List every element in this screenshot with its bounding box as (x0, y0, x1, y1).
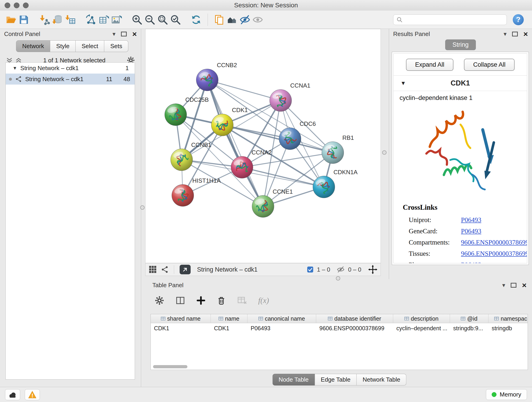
export-table-icon[interactable] (97, 13, 110, 26)
column-type-icon (219, 316, 223, 321)
memory-button[interactable]: Memory (486, 389, 527, 400)
hidden-eye-icon[interactable] (336, 266, 345, 273)
splitter-handle[interactable] (382, 150, 386, 155)
network-edge[interactable] (207, 80, 280, 101)
column-header[interactable]: @id (450, 314, 488, 323)
tab-style[interactable]: Style (50, 40, 76, 52)
show-columns-icon[interactable] (175, 296, 185, 305)
tab-node-table[interactable]: Node Table (272, 374, 315, 385)
node-label: CDKN1A (333, 169, 358, 175)
network-row-selected[interactable]: String Network – cdk1 11 48 (6, 74, 135, 85)
warnings-button[interactable] (25, 389, 40, 400)
help-icon[interactable]: ? (513, 14, 524, 25)
column-header[interactable]: database identifier (316, 314, 393, 323)
share-network-icon[interactable] (161, 266, 168, 273)
toolbar-search (393, 14, 507, 25)
panel-maximize-icon[interactable] (512, 32, 518, 36)
delete-column-icon[interactable] (216, 296, 226, 305)
gear-icon[interactable] (155, 296, 164, 305)
splitter-handle[interactable] (336, 276, 340, 281)
network-graph[interactable]: CCNB2CCNA1CDC25BCDK1CDC6RB1CCNB1CCNA2CDK… (146, 29, 380, 263)
network-edge[interactable] (222, 125, 333, 153)
zoom-fit-icon[interactable] (156, 13, 169, 26)
toolbar-separator (208, 13, 208, 26)
tree-expander-icon[interactable]: ▼ (13, 65, 17, 71)
open-session-icon[interactable] (5, 13, 17, 26)
crosslink-link[interactable]: 9606.ENSP00000378699 (461, 239, 527, 246)
network-view-canvas[interactable]: CCNB2CCNA1CDC25BCDK1CDC6RB1CCNB1CCNA2CDK… (145, 29, 381, 263)
node-label: CDC25B (185, 96, 209, 103)
panel-float-icon[interactable]: ▾ (502, 282, 505, 288)
collapse-all-button[interactable]: Collapse All (464, 59, 515, 71)
graphics-details-icon[interactable] (226, 13, 239, 26)
panel-close-icon[interactable]: × (522, 281, 526, 289)
string-results-box: Expand All Collapse All ▼ CDK1 cyclin–de… (392, 52, 529, 265)
network-node-ccne1[interactable]: CCNE1 (252, 188, 293, 217)
splitter-handle[interactable] (140, 205, 145, 210)
column-header[interactable]: namespac (488, 314, 528, 323)
network-node-cdkn1a[interactable]: CDKN1A (313, 169, 358, 198)
network-from-selection-icon[interactable] (84, 13, 97, 26)
refresh-icon[interactable] (190, 13, 203, 26)
table-cell: CDK1 (151, 325, 211, 332)
save-session-icon[interactable] (17, 13, 30, 26)
panel-controls: ▾ × (504, 30, 528, 38)
horizontal-scrollbar[interactable] (153, 365, 187, 368)
tab-network[interactable]: Network (16, 40, 50, 52)
crosslink-link[interactable]: 9606.ENSP00000378699 (461, 250, 527, 257)
tab-sets[interactable]: Sets (104, 40, 128, 52)
show-all-icon[interactable] (251, 13, 264, 26)
tab-edge-table[interactable]: Edge Table (315, 374, 357, 385)
search-input[interactable] (405, 16, 503, 23)
copy-document-icon[interactable] (213, 13, 226, 26)
selected-checkbox-icon[interactable] (307, 266, 314, 273)
panel-close-icon[interactable]: × (132, 30, 137, 38)
panel-close-icon[interactable]: × (523, 30, 528, 38)
network-collection-count: 1 (126, 65, 129, 72)
network-node-hist1h1a[interactable]: HIST1H1A (172, 177, 221, 206)
hide-selected-icon[interactable] (239, 13, 251, 26)
tab-select[interactable]: Select (76, 40, 104, 52)
panel-float-icon[interactable]: ▾ (504, 31, 507, 37)
cloud-button[interactable] (5, 389, 20, 400)
birds-eye-view-icon[interactable] (149, 265, 157, 274)
network-node-ccna1[interactable]: CCNA1 (270, 82, 310, 111)
import-network-database-icon[interactable] (51, 13, 64, 26)
crosslink-link[interactable]: P06493 (461, 216, 481, 224)
panel-maximize-icon[interactable] (511, 283, 516, 288)
network-collection-row[interactable]: ▼ String Network – cdk1 1 (6, 63, 135, 74)
panel-float-icon[interactable]: ▾ (113, 31, 115, 37)
network-node-cdk1[interactable]: CDK1 (211, 107, 248, 136)
gene-section-header[interactable]: ▼ CDK1 (394, 75, 527, 91)
crosslink-label: Tissues: (409, 250, 461, 257)
table-toolbar: f(x) (148, 290, 531, 308)
expand-all-button[interactable]: Expand All (406, 59, 454, 71)
column-header[interactable]: description (393, 314, 450, 323)
external-link-button[interactable] (180, 265, 191, 274)
move-crosshair-icon[interactable] (368, 265, 377, 274)
add-column-icon[interactable] (196, 296, 206, 305)
column-header[interactable]: canonical name (247, 314, 316, 323)
table-row[interactable]: CDK1CDK1P064939606.ENSP00000378699cyclin… (151, 323, 528, 333)
crosslink-link[interactable]: P06493 (461, 261, 481, 263)
tab-network-table[interactable]: Network Table (357, 374, 406, 385)
network-edge[interactable] (207, 80, 263, 206)
zoom-in-icon[interactable] (131, 13, 143, 26)
section-expander-icon[interactable]: ▼ (400, 80, 406, 86)
status-bar: Memory (0, 387, 532, 402)
export-image-icon[interactable] (110, 13, 123, 26)
network-node-rb1[interactable]: RB1 (322, 134, 354, 164)
column-type-icon (161, 316, 165, 321)
import-table-file-icon[interactable] (64, 13, 76, 26)
crosslink-link[interactable]: P06493 (461, 227, 481, 235)
panel-maximize-icon[interactable] (121, 32, 127, 36)
zoom-out-icon[interactable] (143, 13, 156, 26)
cloud-icon (8, 391, 17, 398)
column-header-label: database identifier (334, 315, 381, 322)
zoom-selected-icon[interactable] (169, 13, 182, 26)
import-network-file-icon[interactable] (38, 13, 51, 26)
tab-string[interactable]: String (445, 39, 476, 50)
column-header[interactable]: shared name (151, 314, 211, 323)
crosslink-row: Compartments:9606.ENSP00000378699 (403, 237, 527, 248)
column-header[interactable]: name (211, 314, 247, 323)
